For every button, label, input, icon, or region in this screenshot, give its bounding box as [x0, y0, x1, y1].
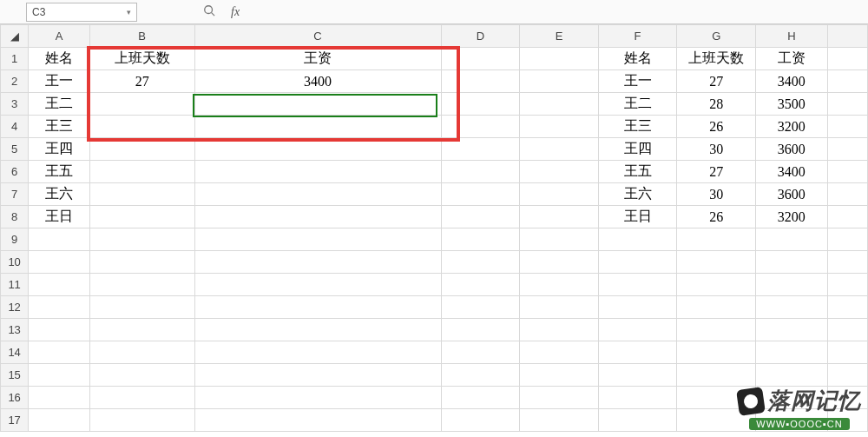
name-box-dropdown-icon[interactable]: ▾ [127, 8, 131, 17]
cell[interactable]: 27 [89, 70, 194, 93]
cell[interactable]: 28 [677, 93, 756, 116]
cell[interactable]: 姓名 [29, 48, 89, 70]
cell[interactable] [194, 116, 441, 138]
cell[interactable] [520, 183, 599, 206]
cell[interactable] [441, 161, 520, 183]
cell[interactable]: 王三 [598, 116, 677, 138]
cell[interactable] [827, 116, 867, 138]
col-header-H[interactable]: H [756, 25, 828, 48]
fx-icon[interactable]: fx [231, 5, 240, 19]
cell[interactable]: 上班天数 [677, 48, 756, 70]
cell[interactable] [827, 161, 867, 183]
cell[interactable] [520, 93, 599, 116]
cell-active[interactable] [194, 93, 441, 116]
cell[interactable]: 30 [677, 183, 756, 206]
cell[interactable] [89, 161, 194, 183]
row-header-8[interactable]: 8 [1, 206, 29, 228]
cell[interactable]: 王二 [29, 93, 89, 116]
cell[interactable]: 27 [677, 161, 756, 183]
search-icon[interactable] [203, 4, 215, 19]
cell[interactable]: 3500 [756, 93, 828, 116]
cell[interactable]: 3400 [756, 70, 828, 93]
cell[interactable]: 姓名 [598, 48, 677, 70]
row-header-13[interactable]: 13 [1, 319, 29, 341]
cell[interactable] [89, 183, 194, 206]
cell[interactable]: 26 [677, 206, 756, 228]
col-header-extra[interactable] [827, 25, 867, 48]
col-header-A[interactable]: A [29, 25, 89, 48]
row-header-12[interactable]: 12 [1, 296, 29, 319]
row-header-14[interactable]: 14 [1, 341, 29, 364]
cell[interactable]: 王五 [29, 161, 89, 183]
cell[interactable] [89, 206, 194, 228]
cell[interactable]: 王六 [598, 183, 677, 206]
row-header-1[interactable]: 1 [1, 48, 29, 70]
cell[interactable] [827, 93, 867, 116]
cell[interactable]: 王四 [598, 138, 677, 161]
cell[interactable] [520, 138, 599, 161]
cell[interactable] [441, 138, 520, 161]
cell[interactable] [194, 138, 441, 161]
col-header-C[interactable]: C [194, 25, 441, 48]
cell[interactable] [89, 138, 194, 161]
cell[interactable]: 王资 [194, 48, 441, 70]
cell[interactable] [520, 48, 599, 70]
row-header-4[interactable]: 4 [1, 116, 29, 138]
row-header-7[interactable]: 7 [1, 183, 29, 206]
cell[interactable]: 30 [677, 138, 756, 161]
row-header-11[interactable]: 11 [1, 274, 29, 296]
cell[interactable]: 王二 [598, 93, 677, 116]
row-header-5[interactable]: 5 [1, 138, 29, 161]
cell[interactable]: 3200 [756, 116, 828, 138]
cell[interactable] [441, 93, 520, 116]
cell[interactable] [827, 183, 867, 206]
cell[interactable] [520, 161, 599, 183]
row-header-3[interactable]: 3 [1, 93, 29, 116]
cell[interactable] [827, 48, 867, 70]
row-header-16[interactable]: 16 [1, 387, 29, 409]
row-header-17[interactable]: 17 [1, 409, 29, 432]
cell[interactable]: 3200 [756, 206, 828, 228]
cell[interactable] [89, 93, 194, 116]
col-header-G[interactable]: G [677, 25, 756, 48]
col-header-E[interactable]: E [520, 25, 599, 48]
cell[interactable]: 王日 [598, 206, 677, 228]
cell[interactable]: 26 [677, 116, 756, 138]
cell[interactable] [89, 116, 194, 138]
row-header-10[interactable]: 10 [1, 251, 29, 274]
cell[interactable] [194, 206, 441, 228]
cell[interactable] [441, 206, 520, 228]
cell[interactable]: 王一 [598, 70, 677, 93]
col-header-D[interactable]: D [441, 25, 520, 48]
name-box[interactable]: C3 ▾ [26, 3, 137, 22]
cell[interactable]: 工资 [756, 48, 828, 70]
cell[interactable] [520, 70, 599, 93]
cell[interactable] [520, 116, 599, 138]
row-header-6[interactable]: 6 [1, 161, 29, 183]
cell[interactable]: 王日 [29, 206, 89, 228]
col-header-F[interactable]: F [598, 25, 677, 48]
cell[interactable]: 3400 [756, 161, 828, 183]
cell[interactable] [441, 183, 520, 206]
cell[interactable]: 王五 [598, 161, 677, 183]
row-header-2[interactable]: 2 [1, 70, 29, 93]
select-all-corner[interactable]: ◢ [1, 25, 29, 48]
cell[interactable]: 3600 [756, 138, 828, 161]
cell[interactable] [827, 70, 867, 93]
cell[interactable]: 3400 [194, 70, 441, 93]
col-header-B[interactable]: B [89, 25, 194, 48]
cell[interactable]: 王四 [29, 138, 89, 161]
cell[interactable] [441, 48, 520, 70]
row-header-15[interactable]: 15 [1, 364, 29, 387]
cell[interactable]: 王三 [29, 116, 89, 138]
cell[interactable] [520, 206, 599, 228]
cell[interactable] [194, 161, 441, 183]
cell[interactable]: 王一 [29, 70, 89, 93]
spreadsheet-grid[interactable]: ◢ A B C D E F G H 1 姓名 上班天数 王资 姓名 上班天数 工… [0, 24, 868, 432]
cell[interactable] [441, 70, 520, 93]
cell[interactable]: 3600 [756, 183, 828, 206]
cell[interactable]: 王六 [29, 183, 89, 206]
cell[interactable] [827, 206, 867, 228]
cell[interactable] [827, 138, 867, 161]
cell[interactable]: 27 [677, 70, 756, 93]
